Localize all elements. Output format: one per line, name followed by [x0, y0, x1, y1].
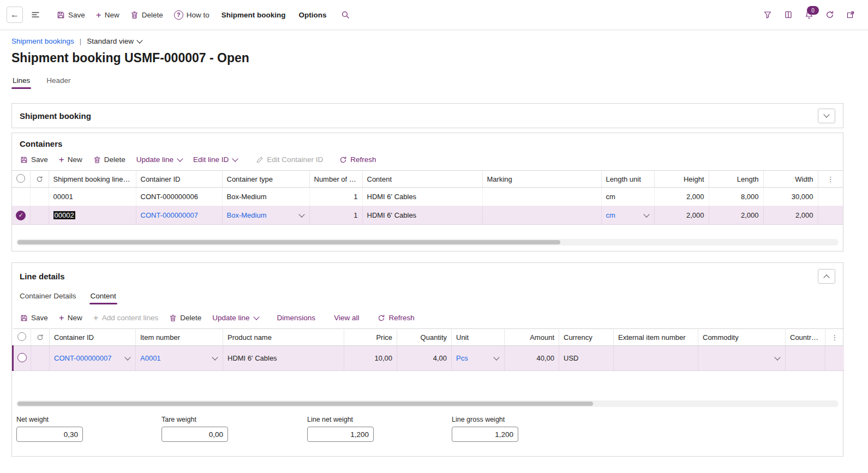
content-save-button[interactable]: Save	[15, 312, 53, 324]
col-length-unit[interactable]: Length unit	[601, 171, 654, 188]
update-line-button[interactable]: Update line	[131, 153, 187, 166]
containers-delete-button[interactable]: Delete	[88, 153, 130, 166]
cell-width[interactable]: 30,000	[763, 188, 818, 206]
cell-commodity-dropdown[interactable]	[698, 346, 786, 371]
row-radio-icon[interactable]	[17, 353, 27, 362]
cell-container-id[interactable]: CONT-000000007	[136, 206, 222, 225]
content-new-button[interactable]: + New	[54, 311, 87, 325]
cell-container-id-dropdown[interactable]: CONT-000000007	[50, 346, 136, 371]
book-icon[interactable]	[780, 6, 797, 23]
item-number-link[interactable]: A0001	[140, 354, 161, 362]
edit-line-id-button[interactable]: Edit line ID	[188, 153, 242, 166]
cell-amount[interactable]: 40,00	[505, 346, 559, 371]
chevron-down-icon[interactable]	[775, 354, 780, 362]
col-container-id[interactable]: Container ID	[50, 329, 136, 346]
collapse-section-button[interactable]	[818, 269, 835, 284]
grid-more-button[interactable]: ⋮	[818, 171, 843, 188]
containers-save-button[interactable]: Save	[15, 153, 53, 166]
cell-price[interactable]: 10,00	[344, 346, 397, 371]
line-net-weight-input[interactable]: 1,200	[307, 427, 374, 442]
cell-content[interactable]: HDMI 6' Cables	[362, 206, 482, 225]
containers-refresh-button[interactable]: Refresh	[334, 153, 381, 166]
back-button[interactable]: ←	[7, 7, 23, 23]
cell-content[interactable]: HDMI 6' Cables	[362, 188, 482, 206]
col-unit[interactable]: Unit	[452, 329, 505, 346]
col-country-region[interactable]: Country/reg...	[786, 329, 825, 346]
row-select-cell[interactable]	[13, 346, 31, 371]
container-row-2-selected[interactable]: ✓ 00002 CONT-000000007 Box-Medium 1 HDMI…	[12, 206, 843, 225]
col-marking[interactable]: Marking	[482, 171, 601, 188]
content-refresh-button[interactable]: Refresh	[373, 312, 419, 324]
tare-weight-input[interactable]: 0,00	[161, 427, 228, 442]
cell-length-unit-dropdown[interactable]: cm	[601, 206, 654, 225]
expand-command-bar-button[interactable]	[27, 7, 44, 23]
new-button[interactable]: + New	[91, 0, 125, 29]
container-id-link[interactable]: CONT-000000007	[141, 211, 199, 219]
chevron-down-icon[interactable]	[300, 211, 304, 219]
col-amount[interactable]: Amount	[505, 329, 559, 346]
cell-container-id[interactable]: CONT-000000006	[136, 188, 222, 206]
scrollbar-thumb[interactable]	[17, 402, 593, 406]
cell-height[interactable]: 2,000	[654, 188, 709, 206]
col-container-id[interactable]: Container ID	[136, 171, 222, 188]
notifications-icon[interactable]: 0	[800, 6, 818, 23]
containers-horizontal-scrollbar[interactable]	[16, 239, 839, 246]
cell-line-id-editing[interactable]: 00002	[49, 206, 136, 225]
cell-item-number-dropdown[interactable]: A0001	[136, 346, 223, 371]
cell-length[interactable]: 2,000	[709, 206, 763, 225]
tab-lines[interactable]: Lines	[13, 76, 30, 89]
tab-content[interactable]: Content	[91, 292, 116, 304]
col-external-item-number[interactable]: External item number	[614, 329, 698, 346]
col-length[interactable]: Length	[709, 171, 763, 188]
breadcrumb-link-shipment-bookings[interactable]: Shipment bookings	[11, 37, 74, 45]
view-all-button[interactable]: View all	[329, 312, 364, 324]
chevron-down-icon[interactable]	[644, 211, 649, 219]
cell-external-item-number[interactable]	[614, 346, 698, 371]
menu-tab-options[interactable]: Options	[292, 0, 333, 29]
col-number-of-containers[interactable]: Number of co...	[309, 171, 362, 188]
delete-button[interactable]: Delete	[125, 0, 169, 29]
tab-container-details[interactable]: Container Details	[20, 292, 76, 304]
chevron-down-icon[interactable]	[213, 354, 217, 362]
filter-icon[interactable]	[759, 6, 776, 23]
cell-currency[interactable]: USD	[559, 346, 614, 371]
chevron-down-icon[interactable]	[494, 354, 499, 362]
col-container-type[interactable]: Container type	[222, 171, 309, 188]
cell-quantity[interactable]: 4,00	[397, 346, 452, 371]
menu-tab-shipment-booking[interactable]: Shipment booking	[215, 0, 292, 29]
cell-number-of-containers[interactable]: 1	[309, 206, 362, 225]
col-quantity[interactable]: Quantity	[397, 329, 452, 346]
chevron-down-icon[interactable]	[125, 354, 130, 362]
col-content[interactable]: Content	[362, 171, 482, 188]
save-button[interactable]: Save	[51, 0, 91, 29]
content-delete-button[interactable]: Delete	[164, 312, 206, 324]
select-all-header[interactable]	[13, 329, 31, 346]
search-button[interactable]	[337, 6, 354, 23]
scrollbar-thumb[interactable]	[17, 240, 560, 244]
dimensions-button[interactable]: Dimensions	[272, 312, 321, 324]
row-select-cell[interactable]: ✓	[12, 206, 30, 225]
content-row-1-selected[interactable]: CONT-000000007 A0001 HDMI 6' Cables 10,0…	[13, 346, 844, 371]
container-id-link[interactable]: CONT-000000007	[54, 354, 112, 362]
cell-container-type[interactable]: Box-Medium	[222, 188, 309, 206]
col-shipment-booking-line-id[interactable]: Shipment booking line ID	[49, 171, 136, 188]
cell-line-id[interactable]: 00001	[49, 188, 136, 206]
grid-more-button[interactable]: ⋮	[825, 329, 844, 346]
col-commodity[interactable]: Commodity	[698, 329, 786, 346]
col-width[interactable]: Width	[763, 171, 818, 188]
how-to-button[interactable]: ? How to	[169, 0, 215, 29]
open-new-window-icon[interactable]	[842, 6, 859, 23]
col-currency[interactable]: Currency	[559, 329, 614, 346]
expand-section-button[interactable]	[818, 109, 835, 123]
cell-length-unit[interactable]: cm	[601, 188, 654, 206]
view-selector[interactable]: Standard view	[87, 37, 142, 45]
line-gross-weight-input[interactable]: 1,200	[452, 427, 518, 442]
cell-marking[interactable]	[482, 188, 601, 206]
cell-product-name[interactable]: HDMI 6' Cables	[223, 346, 344, 371]
select-all-header[interactable]	[12, 171, 30, 188]
cell-country-region[interactable]	[786, 346, 825, 371]
cell-container-type-dropdown[interactable]: Box-Medium	[222, 206, 309, 225]
net-weight-input[interactable]: 0,30	[16, 427, 83, 442]
container-row-1[interactable]: 00001 CONT-000000006 Box-Medium 1 HDMI 6…	[12, 188, 843, 206]
cell-unit-dropdown[interactable]: Pcs	[452, 346, 505, 371]
